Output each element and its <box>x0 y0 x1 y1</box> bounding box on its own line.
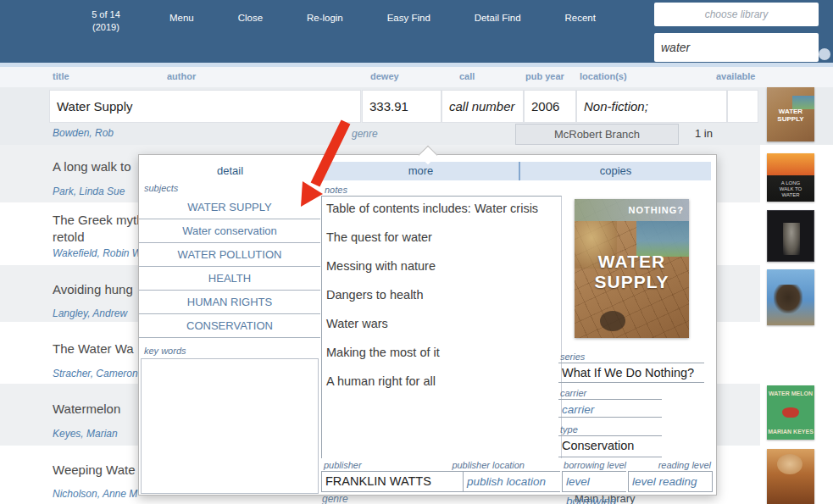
available-count: 1 in <box>695 127 713 140</box>
cover-series-text: NOTHING? <box>575 199 689 221</box>
available-field <box>727 90 758 123</box>
result-author-link[interactable]: Wakefield, Robin W <box>53 247 142 259</box>
result-author-link[interactable]: Park, Linda Sue <box>53 186 125 197</box>
keywords-label: key words <box>144 346 186 356</box>
reading-level-label: reading level <box>626 460 711 470</box>
note-line: The quest for water <box>326 230 561 259</box>
avoiding-hunger-cover-thumbnail[interactable] <box>767 269 814 325</box>
toolbar-buttons: Menu Close Re-login Easy Find Detail Fin… <box>169 13 596 23</box>
borrowing-level-label: borrowing level <box>529 460 626 470</box>
note-line: Water wars <box>326 317 561 346</box>
notes-label: notes <box>325 185 347 195</box>
column-label: pub year <box>525 71 564 81</box>
result-title[interactable]: A long walk to <box>53 159 131 174</box>
series-label: series <box>560 352 585 362</box>
dewey-field[interactable]: 333.91 <box>362 90 441 123</box>
cover-art <box>600 311 625 331</box>
a-long-walk-to-water-cover-thumbnail[interactable]: A LONGWALK TOWATER <box>767 153 814 202</box>
toolbar-button[interactable]: Recent <box>565 13 596 23</box>
cover-art <box>774 285 802 313</box>
result-title[interactable]: Watermelon <box>53 402 120 416</box>
subjects-label: subjects <box>144 183 178 193</box>
search-input[interactable]: water <box>654 33 819 62</box>
subject-link[interactable]: HUMAN RIGHTS <box>139 291 320 314</box>
detail-popup: detail more copies subjects WATER SUPPLY… <box>138 154 717 496</box>
toolbar-button[interactable]: Menu <box>169 13 194 23</box>
subject-link[interactable]: HEALTH <box>139 267 320 291</box>
toolbar-button[interactable]: Close <box>238 13 263 23</box>
toolbar-button[interactable]: Easy Find <box>387 13 430 23</box>
results-column-header: title author dewey call pub year locatio… <box>0 67 833 87</box>
borrowing-level-field[interactable]: level borrowing <box>562 471 626 492</box>
cover-title-line2: SUPPLY <box>594 272 669 291</box>
column-label: call <box>459 71 475 81</box>
cover-art <box>777 454 802 474</box>
carrier-field[interactable]: carrier <box>558 399 662 418</box>
result-title[interactable]: The Water Wa <box>53 341 134 356</box>
locations-field[interactable]: Non-fiction; <box>576 90 727 123</box>
subject-link[interactable]: CONSERVATION <box>139 314 320 338</box>
greek-myths-cover-thumbnail[interactable] <box>767 210 814 262</box>
subjects-list: WATER SUPPLY Water conservation WATER PO… <box>139 196 320 338</box>
toolbar-button[interactable]: Detail Find <box>475 13 521 23</box>
toolbar-button[interactable]: Re-login <box>307 13 343 23</box>
note-line: Making the most of it <box>326 346 561 374</box>
note-line: Table of contents includes: Water crisis <box>326 202 561 230</box>
toolbar-divider <box>0 63 833 67</box>
keywords-textarea[interactable] <box>141 358 319 494</box>
result-author-link[interactable]: Stracher, Cameron <box>53 368 138 379</box>
genre-field[interactable]: genre <box>352 128 378 140</box>
cover-title-line1: WATER <box>598 252 665 271</box>
pub-year-field[interactable]: 2006 <box>524 90 576 123</box>
tab-divider <box>321 162 323 180</box>
tab-more[interactable]: more <box>323 162 519 180</box>
cover-title-text: WATER SUPPLY <box>575 252 689 292</box>
column-label: available <box>716 71 755 81</box>
result-row-selected[interactable]: Water Supply 333.91 call number 2006 Non… <box>0 87 833 145</box>
result-author-link[interactable]: Keyes, Marian <box>53 428 118 440</box>
cover-art-text: A LONGWALK TOWATER <box>767 180 814 198</box>
subject-link[interactable]: Water conservation <box>139 219 320 243</box>
column-label: author <box>167 71 196 81</box>
cover-art <box>783 223 800 255</box>
type-label: type <box>560 424 578 435</box>
cover-art-text: WATERSUPPLY <box>767 108 814 123</box>
series-field[interactable]: What If We Do Nothing? <box>558 363 704 383</box>
note-line: Messing with nature <box>326 259 561 288</box>
water-supply-cover-thumbnail[interactable]: WATERSUPPLY <box>767 87 814 141</box>
type-field[interactable]: Conservation <box>558 435 662 457</box>
column-label: dewey <box>370 71 399 81</box>
notes-textarea[interactable]: Table of contents includes: Water crisis… <box>321 196 562 458</box>
publisher-location-field[interactable]: publish location <box>463 471 560 492</box>
cover-art <box>782 407 799 418</box>
book-cover-image[interactable]: NOTHING? WATER SUPPLY <box>575 199 689 338</box>
reading-level-field[interactable]: level reading <box>628 471 713 492</box>
title-field[interactable]: Water Supply <box>49 90 361 123</box>
tab-divider <box>519 162 520 180</box>
column-label: location(s) <box>580 71 627 81</box>
result-title-line2[interactable]: retold <box>53 230 85 244</box>
tab-detail[interactable]: detail <box>139 162 321 180</box>
weeping-waters-cover-thumbnail[interactable] <box>767 449 814 504</box>
cover-art-text: WATER MELON <box>767 390 814 396</box>
result-author-link[interactable]: Langley, Andrew <box>53 307 127 319</box>
subject-link[interactable]: WATER SUPPLY <box>139 196 320 219</box>
app-window: 5 of 14 (2019) Menu Close Re-login Easy … <box>0 0 833 504</box>
search-indicator-icon[interactable] <box>819 48 830 60</box>
tab-copies[interactable]: copies <box>520 162 711 180</box>
result-title[interactable]: Weeping Wate <box>53 462 136 477</box>
subject-link[interactable]: WATER POLLUTION <box>139 243 320 267</box>
column-label: title <box>53 71 69 81</box>
publisher-field[interactable]: FRANKLIN WATTS <box>321 471 463 492</box>
choose-library-select[interactable]: choose library <box>654 3 819 26</box>
publisher-label: publisher <box>324 460 362 470</box>
result-title[interactable]: Avoiding hung <box>53 282 133 296</box>
call-number-field[interactable]: call number <box>441 90 524 123</box>
result-author-link[interactable]: Nicholson, Anne M <box>53 488 137 500</box>
branch-badge: McRobert Branch <box>515 124 679 145</box>
pager-position: 5 of 14 <box>75 8 137 21</box>
note-line: Dangers to health <box>326 288 561 317</box>
author-link[interactable]: Bowden, Rob <box>53 127 114 139</box>
result-title[interactable]: The Greek myth <box>53 213 144 227</box>
watermelon-cover-thumbnail[interactable]: WATER MELON MARIAN KEYES <box>767 385 814 440</box>
